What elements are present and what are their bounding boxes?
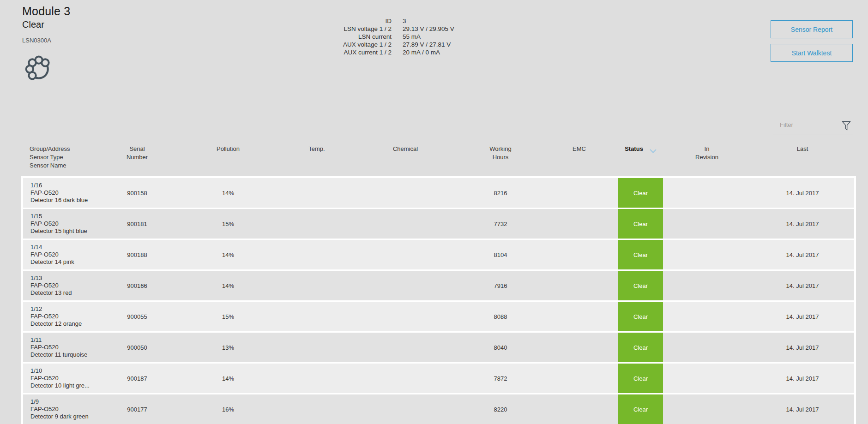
- cell-last: 14. Jul 2017: [751, 302, 854, 331]
- page-title: Module 3: [22, 5, 70, 18]
- cell-serial: 900050: [102, 333, 173, 362]
- module-header: Module 3 Clear LSN0300A: [22, 5, 70, 44]
- column-header-label: Sensor Type: [30, 153, 102, 161]
- info-value: 27.89 V / 27.81 V: [403, 41, 454, 48]
- cell-pollution: 15%: [173, 302, 283, 331]
- sensor-type: FAP-O520: [30, 406, 102, 413]
- sensor-type: FAP-O520: [30, 313, 102, 320]
- start-walktest-button[interactable]: Start Walktest: [771, 44, 853, 62]
- column-header-label: Serial: [102, 145, 173, 153]
- column-header-revision[interactable]: InRevision: [663, 145, 751, 170]
- status-badge: Clear: [618, 209, 663, 239]
- column-header-group[interactable]: Group/AddressSensor TypeSensor Name: [23, 145, 102, 170]
- cell-temp: [283, 302, 350, 331]
- table-row[interactable]: 1/12FAP-O520Detector 12 orange90005515%8…: [23, 302, 854, 331]
- cell-pollution: 14%: [173, 240, 283, 269]
- table-row[interactable]: 1/11FAP-O520Detector 11 turquoise9000501…: [23, 333, 854, 362]
- cell-emc: [540, 271, 618, 300]
- sensor-name: Detector 13 red: [30, 289, 102, 297]
- cell-serial: 900187: [102, 364, 173, 393]
- filter-funnel-icon[interactable]: [841, 120, 851, 131]
- sensor-group-address: 1/14: [30, 244, 102, 251]
- column-header-hours[interactable]: WorkingHours: [461, 145, 540, 170]
- column-header-temp[interactable]: Temp.: [283, 145, 350, 170]
- cell-emc: [540, 302, 618, 331]
- info-value: 20 mA / 0 mA: [403, 48, 454, 56]
- info-label: LSN voltage 1 / 2: [277, 25, 392, 33]
- info-value: 3: [403, 17, 454, 25]
- table-row[interactable]: 1/15FAP-O520Detector 15 light blue900181…: [23, 209, 854, 239]
- table-row[interactable]: 1/10FAP-O520Detector 10 light gre...9001…: [23, 364, 854, 393]
- column-header-label: Pollution: [173, 145, 283, 153]
- column-header-emc[interactable]: EMC: [540, 145, 618, 170]
- column-header-label: Revision: [663, 153, 751, 161]
- status-badge: Clear: [618, 394, 663, 424]
- cell-revision: [663, 394, 751, 424]
- cell-sensor-identity: 1/11FAP-O520Detector 11 turquoise: [23, 333, 102, 362]
- module-info-list: ID3LSN voltage 1 / 229.13 V / 29.905 VLS…: [277, 17, 454, 56]
- cell-serial: 900188: [102, 240, 173, 269]
- cell-emc: [540, 364, 618, 393]
- cell-sensor-identity: 1/13FAP-O520Detector 13 red: [23, 271, 102, 300]
- cell-revision: [663, 333, 751, 362]
- sensor-name: Detector 11 turquoise: [30, 351, 102, 358]
- sensor-name: Detector 16 dark blue: [30, 197, 102, 204]
- info-value: 29.13 V / 29.905 V: [403, 25, 454, 33]
- module-status-text: Clear: [22, 19, 70, 30]
- cell-revision: [663, 178, 751, 208]
- cell-emc: [540, 240, 618, 269]
- cell-chemical: [350, 178, 461, 208]
- cell-hours: 8088: [461, 302, 540, 331]
- column-header-label: EMC: [540, 145, 618, 153]
- info-label: AUX voltage 1 / 2: [277, 41, 392, 48]
- cell-sensor-identity: 1/9FAP-O520Detector 9 dark green: [23, 394, 102, 424]
- table-row[interactable]: 1/16FAP-O520Detector 16 dark blue9001581…: [23, 178, 854, 208]
- cell-revision: [663, 240, 751, 269]
- cell-hours: 8220: [461, 394, 540, 424]
- cell-chemical: [350, 364, 461, 393]
- sensor-name: Detector 15 light blue: [30, 227, 102, 235]
- sensor-report-button[interactable]: Sensor Report: [771, 20, 853, 38]
- sensor-type: FAP-O520: [30, 189, 102, 197]
- info-label: AUX current 1 / 2: [277, 48, 392, 56]
- lsn-loop-icon: [25, 54, 53, 82]
- column-header-serial[interactable]: SerialNumber: [102, 145, 173, 170]
- cell-last: 14. Jul 2017: [751, 209, 854, 239]
- table-row[interactable]: 1/14FAP-O520Detector 14 pink90018814%810…: [23, 240, 854, 269]
- table-row[interactable]: 1/9FAP-O520Detector 9 dark green90017716…: [23, 394, 854, 424]
- sensor-group-address: 1/9: [30, 398, 102, 406]
- cell-emc: [540, 333, 618, 362]
- column-header-pollution[interactable]: Pollution: [173, 145, 283, 170]
- cell-temp: [283, 364, 350, 393]
- table-row[interactable]: 1/13FAP-O520Detector 13 red90016614%7916…: [23, 271, 854, 300]
- cell-pollution: 15%: [173, 209, 283, 239]
- cell-pollution: 16%: [173, 394, 283, 424]
- sensor-type: FAP-O520: [30, 375, 102, 382]
- cell-serial: 900158: [102, 178, 173, 208]
- cell-revision: [663, 364, 751, 393]
- cell-emc: [540, 394, 618, 424]
- cell-hours: 8104: [461, 240, 540, 269]
- column-header-chemical[interactable]: Chemical: [350, 145, 461, 170]
- cell-pollution: 14%: [173, 364, 283, 393]
- cell-chemical: [350, 394, 461, 424]
- status-badge: Clear: [618, 333, 663, 362]
- status-badge: Clear: [618, 178, 663, 208]
- cell-hours: 7872: [461, 364, 540, 393]
- cell-serial: 900181: [102, 209, 173, 239]
- sensor-group-address: 1/10: [30, 367, 102, 375]
- cell-last: 14. Jul 2017: [751, 364, 854, 393]
- sensor-group-address: 1/15: [30, 213, 102, 220]
- cell-last: 14. Jul 2017: [751, 394, 854, 424]
- cell-temp: [283, 178, 350, 208]
- cell-serial: 900055: [102, 302, 173, 331]
- status-badge: Clear: [618, 364, 663, 393]
- cell-sensor-identity: 1/12FAP-O520Detector 12 orange: [23, 302, 102, 331]
- column-header-label: Status: [625, 145, 643, 153]
- sort-chevron-down-icon[interactable]: [650, 147, 657, 151]
- column-header-status[interactable]: Status: [618, 145, 663, 170]
- cell-sensor-identity: 1/10FAP-O520Detector 10 light gre...: [23, 364, 102, 393]
- cell-last: 14. Jul 2017: [751, 178, 854, 208]
- column-header-last[interactable]: Last: [751, 145, 854, 170]
- info-label: ID: [277, 17, 392, 25]
